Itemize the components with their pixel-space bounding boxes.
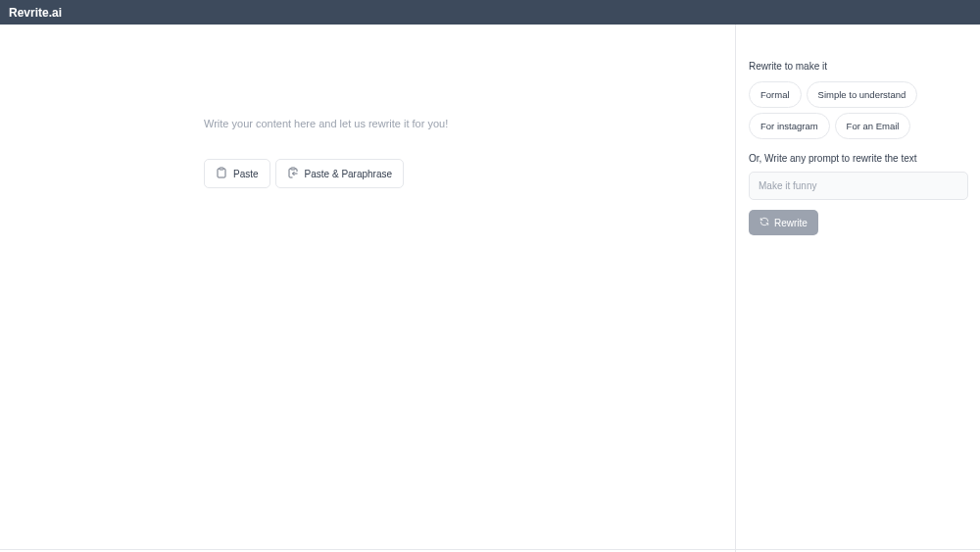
tone-chips: Formal Simple to understand For instagra…: [749, 81, 968, 139]
chip-instagram[interactable]: For instagram: [749, 113, 830, 139]
rewrite-button[interactable]: Rewrite: [749, 210, 818, 235]
svg-rect-1: [291, 168, 295, 170]
svg-rect-0: [220, 168, 223, 170]
chip-formal[interactable]: Formal: [749, 81, 802, 108]
footer-divider: [0, 549, 980, 550]
prompt-section-label: Or, Write any prompt to rewrite the text: [749, 153, 968, 164]
paste-button[interactable]: Paste: [204, 159, 270, 188]
chip-simple[interactable]: Simple to understand: [807, 81, 918, 108]
rewrite-section-label: Rewrite to make it: [749, 61, 968, 72]
sidebar-panel: Rewrite to make it Formal Simple to unde…: [736, 25, 980, 552]
clipboard-icon: [216, 167, 227, 180]
header: Revrite.ai: [0, 0, 980, 25]
paste-paraphrase-button[interactable]: Paste & Paraphrase: [275, 159, 405, 188]
refresh-icon: [760, 217, 769, 228]
content-input[interactable]: [204, 118, 596, 141]
paste-paraphrase-button-label: Paste & Paraphrase: [305, 169, 393, 179]
paste-button-label: Paste: [233, 169, 259, 179]
paste-button-group: Paste Paste & Paraphrase: [204, 159, 404, 188]
prompt-input[interactable]: [749, 172, 968, 200]
main-container: Paste Paste & Paraphrase Rewrite to make…: [0, 25, 980, 552]
clipboard-paste-icon: [287, 167, 299, 180]
chip-email[interactable]: For an Email: [835, 113, 911, 139]
rewrite-button-label: Rewrite: [774, 218, 808, 228]
app-title: Revrite.ai: [9, 6, 62, 20]
editor-panel: Paste Paste & Paraphrase: [0, 25, 736, 552]
